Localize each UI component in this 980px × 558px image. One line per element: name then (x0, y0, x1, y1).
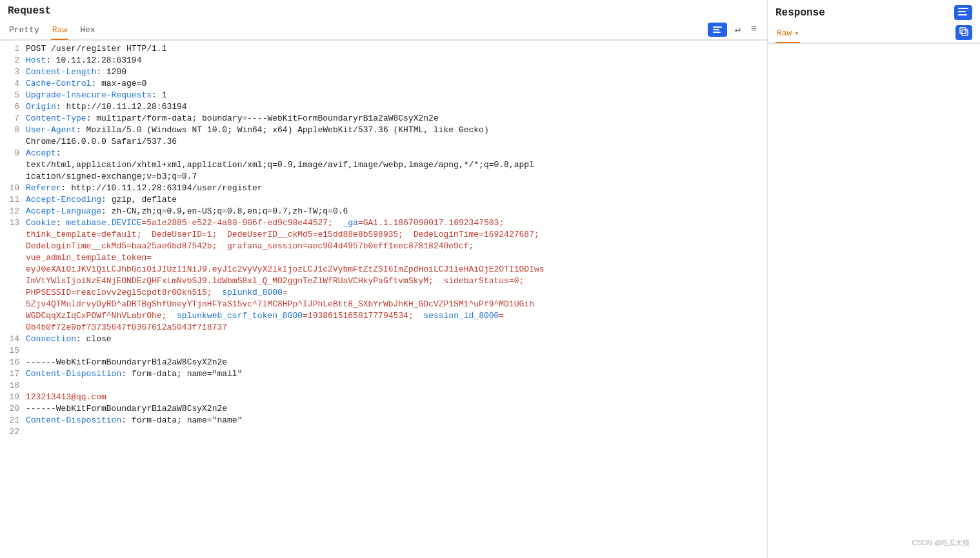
code-segment: : (56, 218, 66, 228)
svg-rect-1 (713, 29, 719, 30)
line-content: ImVtYWlsIjoiNzE4NjEONDEzQHFxLmNvbSJ9.ldW… (26, 275, 762, 287)
tab-hex[interactable]: Hex (79, 23, 96, 40)
response-header: Response (768, 0, 980, 23)
code-segment: =GA1.1.1867090017.1692347503; (358, 218, 504, 228)
response-content[interactable] (768, 44, 980, 558)
line-number (5, 275, 19, 287)
response-format-icon (958, 7, 968, 16)
line-number: 3 (5, 66, 19, 78)
response-tab-raw[interactable]: Raw ▾ (775, 26, 800, 43)
line-content: Host: 10.11.12.28:63194 (26, 55, 762, 66)
line-number: 21 (5, 415, 19, 426)
code-segment: : zh-CN,zh;q=0.9,en-US;q=0.8,en;q=0.7,zh… (101, 206, 348, 216)
table-row: 20------WebKitFormBoundaryrB1a2aW8CsyX2n… (0, 403, 767, 415)
response-copy-button[interactable] (955, 25, 972, 40)
code-segment: : close (76, 334, 112, 344)
tab-raw[interactable]: Raw (51, 23, 68, 40)
line-number (5, 171, 19, 183)
line-number (5, 252, 19, 264)
code-segment: Host (26, 55, 46, 65)
line-number: 5 (5, 90, 19, 101)
line-content: ication/signed-exchange;v=b3;q=0.7 (26, 171, 762, 183)
svg-rect-2 (713, 32, 721, 33)
table-row: 12Accept-Language: zh-CN,zh;q=0.9,en-US;… (0, 206, 767, 217)
table-row: 3Content-Length: 1200 (0, 66, 767, 78)
code-segment: Cookie (26, 218, 56, 228)
code-segment: ication/signed-exchange;v=b3;q=0.7 (26, 172, 197, 181)
table-row: DedeLoginTime__ckMd5=baa25ae6bd87542b; g… (0, 241, 767, 252)
line-number: 22 (5, 426, 19, 438)
code-segment: splunkweb_csrf_token_8000 (177, 311, 303, 321)
line-number: 20 (5, 403, 19, 415)
line-number: 8 (5, 125, 19, 136)
line-content: Origin: http://10.11.12.28:63194 (26, 101, 762, 113)
table-row: text/html,application/xhtml+xml,applicat… (0, 159, 767, 171)
table-row: ication/signed-exchange;v=b3;q=0.7 (0, 171, 767, 183)
line-number: 12 (5, 206, 19, 217)
svg-rect-4 (958, 11, 966, 12)
line-content (26, 426, 762, 438)
response-header-right (954, 5, 972, 20)
line-content (26, 345, 762, 357)
request-content[interactable]: 1POST /user/register HTTP/1.12Host: 10.1… (0, 41, 767, 558)
response-dropdown-icon[interactable]: ▾ (794, 29, 799, 37)
table-row: Chrome/116.0.0.0 Safari/537.36 (0, 136, 767, 148)
tab-pretty[interactable]: Pretty (8, 23, 41, 40)
table-row: vue_admin_template_token= (0, 252, 767, 264)
code-segment: think_template=default; DedeUserID=1; De… (26, 230, 539, 239)
newline-icon[interactable]: ↵ (732, 22, 743, 37)
code-segment: 0b4b0f72e9bf73735647f0367612a5043f718737 (26, 323, 227, 332)
line-content: Referer: http://10.11.12.28:63194/user/r… (26, 183, 762, 194)
code-segment: : 10.11.12.28:63194 (46, 55, 141, 65)
line-number: 11 (5, 194, 19, 206)
line-number (5, 322, 19, 334)
line-number (5, 241, 19, 252)
line-content: 123213413@qq.com (26, 392, 762, 403)
format-icon (712, 25, 723, 35)
code-segment: ------WebKitFormBoundaryrB1a2aW8CsyX2n2e (26, 357, 227, 367)
code-segment: =19386151658177794534; (303, 311, 423, 321)
line-content: think_template=default; DedeUserID=1; De… (26, 229, 762, 241)
line-number: 19 (5, 392, 19, 403)
request-title: Request (0, 0, 767, 19)
table-row: 8User-Agent: Mozilla/5.0 (Windows NT 10.… (0, 125, 767, 136)
line-content: Upgrade-Insecure-Requests: 1 (26, 90, 762, 101)
table-row: WGDCqqXzIqCxPOWf^NhVLabrOhe; splunkweb_c… (0, 310, 767, 322)
table-row: eyJ0eXAiOiJKV1QiLCJhbGciOiJIUzI1NiJ9.eyJ… (0, 264, 767, 275)
table-row: 4Cache-Control: max-age=0 (0, 78, 767, 90)
line-number: 7 (5, 113, 19, 125)
line-number: 6 (5, 101, 19, 113)
svg-rect-6 (960, 28, 966, 34)
code-segment: : gzip, deflate (101, 195, 177, 204)
svg-rect-0 (713, 26, 722, 28)
line-content: Cache-Control: max-age=0 (26, 78, 762, 90)
line-content: 0b4b0f72e9bf73735647f0367612a5043f718737 (26, 322, 762, 334)
code-segment: =5a1e2885-e522-4a88-906f-ed9c98e44527; (141, 218, 343, 228)
line-content: Content-Type: multipart/form-data; bound… (26, 113, 762, 125)
table-row: 16------WebKitFormBoundaryrB1a2aW8CsyX2n… (0, 357, 767, 368)
line-content: Content-Disposition: form-data; name="na… (26, 415, 762, 426)
code-segment: : max-age=0 (91, 79, 146, 88)
code-segment: Accept (26, 148, 56, 158)
table-row: 9Accept: (0, 148, 767, 159)
request-panel: Request Pretty Raw Hex ↵ ≡ 1POST /user/r… (0, 0, 768, 558)
line-content: Accept: (26, 148, 762, 159)
code-segment: _ga (343, 218, 358, 228)
code-segment: User-Agent (26, 125, 76, 135)
code-segment: : http://10.11.12.28:63194 (56, 102, 187, 112)
line-content (26, 380, 762, 392)
menu-icon[interactable]: ≡ (748, 23, 759, 36)
copy-icon (959, 27, 968, 36)
line-content: DedeLoginTime__ckMd5=baa25ae6bd87542b; g… (26, 241, 762, 252)
table-row: 1POST /user/register HTTP/1.1 (0, 43, 767, 55)
line-number: 17 (5, 368, 19, 380)
response-tab-raw-label: Raw (777, 28, 792, 38)
code-segment: : Mozilla/5.0 (Windows NT 10.0; Win64; x… (76, 125, 489, 135)
line-content: 5Zjv4QTMuldrvyOyRD^aDBTBgShfUneyYTjnHFYa… (26, 299, 762, 310)
line-content: Content-Length: 1200 (26, 66, 762, 78)
response-format-button[interactable] (954, 5, 972, 20)
format-button[interactable] (708, 23, 727, 37)
code-segment: PHPSESSID=reaclovv2egl5cpdt8r0Okn515; (26, 288, 222, 297)
line-content: ------WebKitFormBoundaryrB1a2aW8CsyX2n2e (26, 357, 762, 368)
table-row: 7Content-Type: multipart/form-data; boun… (0, 113, 767, 125)
